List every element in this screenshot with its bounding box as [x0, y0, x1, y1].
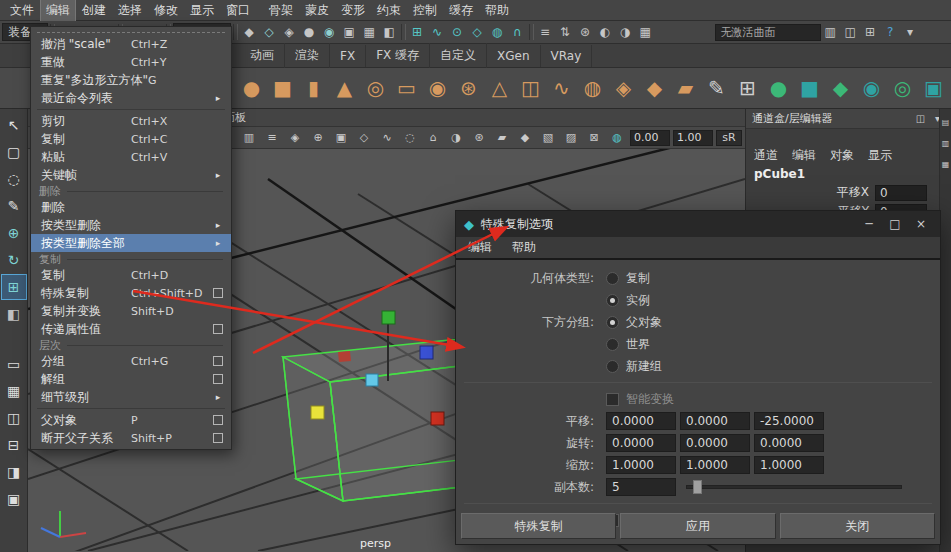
poly-cube-icon[interactable]: ■ — [267, 71, 298, 105]
poly-superellipse-icon[interactable]: ◈ — [608, 71, 639, 105]
multisample-icon[interactable]: ▰ — [491, 129, 513, 147]
menubar-item-cache[interactable]: 缓存 — [444, 0, 478, 21]
sidebar-channelbox-toggle-icon[interactable]: ▤ — [940, 117, 951, 128]
edit-menu-item-repeat[interactable]: 重复"多边形立方体"G — [31, 71, 231, 89]
option-box-icon[interactable] — [213, 324, 223, 334]
layout-hypershade-icon[interactable]: ◨ — [2, 460, 26, 484]
statusline-divider[interactable] — [233, 24, 238, 40]
layout-single-pane-icon[interactable]: ▭ — [2, 352, 26, 376]
wireframe-icon[interactable]: ◈ — [284, 129, 306, 147]
shelf-tab-rendering[interactable]: 渲染 — [285, 43, 330, 68]
duplicate-special-button[interactable]: 特殊复制 — [461, 513, 616, 539]
menubar-item-display[interactable]: 显示 — [185, 0, 219, 21]
panel-toggle-icon[interactable]: ◫ — [841, 23, 860, 42]
option-box-icon[interactable] — [213, 415, 223, 425]
edit-menu-item-delete[interactable]: 删除 — [31, 198, 231, 216]
shelf-tab-xgen[interactable]: XGen — [487, 45, 541, 67]
ipr-render-icon[interactable]: ◑ — [616, 23, 635, 42]
vray-material-icon[interactable]: ◆ — [825, 71, 856, 105]
edit-menu-item-undo[interactable]: 撤消 "scale"Ctrl+Z — [31, 35, 231, 53]
make-live-icon[interactable]: ∩ — [508, 23, 527, 42]
sidebar-attribute-editor-toggle-icon[interactable]: ▥ — [940, 138, 951, 149]
paint-select-tool-icon[interactable]: ✎ — [2, 194, 26, 218]
radio-new-group[interactable] — [606, 360, 619, 373]
shelf-tab-fx[interactable]: FX — [330, 45, 366, 67]
poly-disc-icon[interactable]: ◉ — [422, 71, 453, 105]
poly-pipe-icon[interactable]: ◫ — [515, 71, 546, 105]
select-tool-icon[interactable]: ↖ — [2, 113, 26, 137]
poly-torus-icon[interactable]: ◎ — [360, 71, 391, 105]
poly-sphere-icon[interactable]: ● — [236, 71, 267, 105]
edit-menu-item-ungroup[interactable]: 解组 — [31, 370, 231, 388]
edit-menu-item-lod[interactable]: 细节级别▸ — [31, 388, 231, 406]
group-under-parent-option[interactable]: 父对象 — [606, 314, 662, 331]
snap-curve-icon[interactable]: ∿ — [428, 23, 447, 42]
channelbox-menu-channels[interactable]: 通道 — [754, 147, 778, 164]
edit-menu-item-keys[interactable]: 关键帧▸ — [31, 166, 231, 184]
edit-menu-item-unparent[interactable]: 断开父子关系Shift+P — [31, 429, 231, 447]
menubar-item-file[interactable]: 文件 — [5, 0, 39, 21]
yellow-cube[interactable] — [311, 406, 324, 419]
xray-icon[interactable]: ▨ — [560, 129, 582, 147]
select-curve-icon[interactable]: ◉ — [320, 23, 339, 42]
construction-history-icon[interactable]: ⊛ — [576, 23, 595, 42]
textured-icon[interactable]: ▣ — [330, 129, 352, 147]
menubar-item-select[interactable]: 选择 — [113, 0, 147, 21]
menubar-item-help[interactable]: 帮助 — [480, 0, 514, 21]
menubar-item-modify[interactable]: 修改 — [149, 0, 183, 21]
grid-toggle-icon[interactable]: ⊞ — [861, 23, 880, 42]
scale-y-field[interactable]: 1.0000 — [680, 456, 750, 474]
poly-prism-icon[interactable]: ▰ — [670, 71, 701, 105]
group-under-newgroup-option[interactable]: 新建组 — [606, 358, 662, 375]
lasso-select-tool-icon[interactable]: ◌ — [2, 167, 26, 191]
select-component-icon[interactable]: ◈ — [280, 23, 299, 42]
shadows-icon[interactable]: ⌂ — [422, 129, 444, 147]
copies-slider-handle[interactable] — [693, 480, 702, 494]
wireframe-on-shaded-icon[interactable]: ∿ — [376, 129, 398, 147]
dialog-menu-edit[interactable]: 编辑 — [468, 239, 492, 256]
option-box-icon[interactable] — [213, 433, 223, 443]
rotate-tool-icon[interactable]: ↻ — [2, 248, 26, 272]
vray-cube-icon[interactable]: ■ — [794, 71, 825, 105]
move-tool-icon[interactable]: ⊕ — [2, 221, 26, 245]
menubar-item-skeleton[interactable]: 骨架 — [264, 0, 298, 21]
safe-action-icon[interactable]: ▥ — [238, 129, 260, 147]
cyan-cube[interactable] — [366, 374, 378, 386]
use-default-material-icon[interactable]: ◇ — [353, 129, 375, 147]
symmetry-icon[interactable]: ▥ — [821, 23, 840, 42]
layout-two-pane-icon[interactable]: ◫ — [2, 406, 26, 430]
output-connections-icon[interactable]: ⇅ — [556, 23, 575, 42]
screen-space-ao-icon[interactable]: ◑ — [445, 129, 467, 147]
rotate-y-field[interactable]: 0.0000 — [680, 434, 750, 452]
edit-menu-item-duplicate-with-transform[interactable]: 复制并变换Shift+D — [31, 302, 231, 320]
layout-four-pane-icon[interactable]: ▦ — [2, 379, 26, 403]
lighting-icon[interactable]: ◌ — [399, 129, 421, 147]
edit-menu-item-cut[interactable]: 剪切Ctrl+X — [31, 112, 231, 130]
radio-copy[interactable] — [606, 272, 619, 285]
red-cube[interactable] — [431, 412, 444, 425]
sidebar-tool-settings-toggle-icon[interactable]: ▦ — [940, 159, 951, 170]
rotate-x-field[interactable]: 0.0000 — [606, 434, 676, 452]
blue-cube[interactable] — [420, 346, 433, 359]
edit-menu-item-copy[interactable]: 复制Ctrl+C — [31, 130, 231, 148]
shelf-tab-fx-caching[interactable]: FX 缓存 — [366, 43, 430, 68]
menubar-item-control[interactable]: 控制 — [408, 0, 442, 21]
last-tool-icon[interactable]: ◧ — [2, 302, 26, 326]
shaded-icon[interactable]: ⊕ — [307, 129, 329, 147]
maximize-button[interactable]: □ — [884, 215, 906, 233]
platonic-solid-icon[interactable]: ◆ — [639, 71, 670, 105]
render-current-frame-icon[interactable]: ◐ — [596, 23, 615, 42]
vray-sphere-icon[interactable]: ● — [763, 71, 794, 105]
input-connections-icon[interactable]: ≡ — [536, 23, 555, 42]
statusline-divider[interactable] — [401, 24, 406, 40]
option-box-icon[interactable] — [213, 356, 223, 366]
poly-cylinder-icon[interactable]: ▮ — [298, 71, 329, 105]
sculpt-tool-icon[interactable]: ✎ — [701, 71, 732, 105]
group-under-world-option[interactable]: 世界 — [606, 336, 650, 353]
radio-world[interactable] — [606, 338, 619, 351]
channelbox-menu-edit[interactable]: 编辑 — [792, 147, 816, 164]
close-button[interactable]: × — [910, 215, 932, 233]
select-hierarchy-icon[interactable]: ◆ — [240, 23, 259, 42]
edit-menu-item-recent-commands[interactable]: 最近命令列表▸ — [31, 89, 231, 107]
exposure-icon[interactable]: ◍ — [606, 129, 628, 147]
